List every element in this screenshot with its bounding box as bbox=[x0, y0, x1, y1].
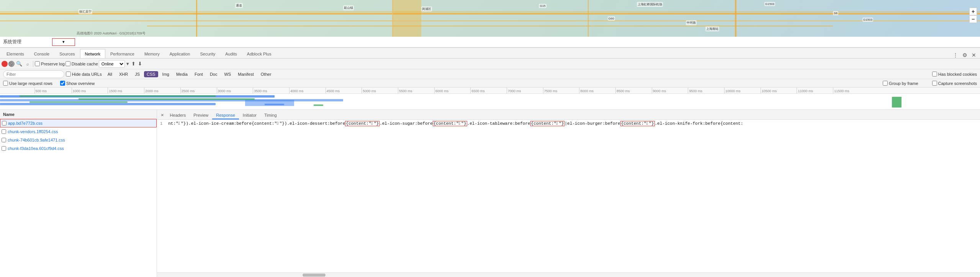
detail-tab-timing[interactable]: Timing bbox=[260, 112, 281, 119]
throttle-settings-icon[interactable]: ▾ bbox=[126, 61, 130, 67]
tick-4500ms: 4500 ms bbox=[326, 88, 340, 93]
tick-11000ms: 11000 ms bbox=[797, 88, 813, 93]
tab-audits[interactable]: Audits bbox=[220, 49, 242, 58]
search-button[interactable]: ⌕ bbox=[24, 60, 31, 68]
timeline-bar-blue-3 bbox=[0, 103, 216, 105]
tick-3000ms: 3000 ms bbox=[217, 88, 231, 93]
use-large-rows-label[interactable]: Use large request rows bbox=[3, 81, 52, 86]
map-area: 通道 徐汇吴宁 延山镇 G15 上海虹桥国际机场 G60 中环路 上海南站 G1… bbox=[0, 0, 980, 37]
filter-doc[interactable]: Doc bbox=[207, 71, 220, 77]
close-icon[interactable]: ✕ bbox=[971, 52, 977, 58]
file-checkbox-1[interactable] bbox=[2, 121, 7, 125]
highlight-1: {content:""} bbox=[345, 121, 380, 126]
tab-memory[interactable]: Memory bbox=[139, 49, 165, 58]
dropdown-arrow: ▾ bbox=[62, 39, 65, 44]
scroll-thumb[interactable] bbox=[303, 274, 326, 277]
file-checkbox-4[interactable] bbox=[2, 146, 6, 151]
detail-tab-initiator[interactable]: Initiator bbox=[239, 112, 260, 119]
highlight-2: {content:""} bbox=[433, 121, 467, 126]
tick-11500ms: 11500 ms bbox=[833, 88, 849, 93]
show-overview-label[interactable]: Show overview bbox=[60, 81, 95, 86]
preserve-log-label[interactable]: Preserve log bbox=[35, 61, 65, 66]
filter-xhr[interactable]: XHR bbox=[116, 71, 131, 77]
timeline-area: 500 ms 1000 ms 1500 ms 2000 ms 2500 ms 3… bbox=[0, 88, 980, 110]
list-item[interactable]: chunk-vendors.1ff0254.css bbox=[0, 127, 157, 136]
filter-media[interactable]: Media bbox=[173, 71, 190, 77]
options-bar: Use large request rows Show overview Gro… bbox=[0, 79, 980, 88]
filter-toggle-button[interactable]: 🔍 bbox=[15, 60, 23, 68]
timeline-bars bbox=[0, 94, 980, 110]
file-name-4: chunk-f3da10ea.601cf9d4.css bbox=[8, 146, 64, 151]
disable-cache-checkbox[interactable] bbox=[65, 61, 70, 66]
file-checkbox-2[interactable] bbox=[2, 129, 6, 134]
app-dropdown[interactable]: ▾ bbox=[52, 38, 75, 46]
tick-8000ms: 8000 ms bbox=[579, 88, 594, 93]
tab-network[interactable]: Network bbox=[80, 49, 105, 58]
map-zoom-out[interactable]: − bbox=[969, 15, 977, 23]
show-overview-checkbox[interactable] bbox=[60, 81, 65, 86]
group-by-frame-checkbox[interactable] bbox=[883, 81, 888, 86]
filter-other[interactable]: Other bbox=[258, 71, 274, 77]
tick-9000ms: 9000 ms bbox=[652, 88, 666, 93]
capture-screenshots-checkbox[interactable] bbox=[932, 81, 937, 86]
detail-tab-headers[interactable]: Headers bbox=[166, 112, 190, 119]
file-name-3: chunk-74b601cb.9afe1471.css bbox=[8, 138, 65, 142]
filter-img[interactable]: Img bbox=[160, 71, 172, 77]
bottom-scrollbar[interactable] bbox=[157, 272, 980, 277]
filter-input[interactable] bbox=[3, 70, 64, 78]
hide-data-urls-label: Hide data URLs bbox=[66, 72, 102, 77]
devtools-icons: ⋮ ⚙ ✕ bbox=[949, 52, 980, 58]
filter-js[interactable]: JS bbox=[132, 71, 142, 77]
throttle-select[interactable]: Online Fast 3G Slow 3G Offline bbox=[99, 60, 125, 68]
list-item[interactable]: app.bd7e772b.css bbox=[0, 119, 157, 127]
tab-console[interactable]: Console bbox=[29, 49, 54, 58]
tab-security[interactable]: Security bbox=[195, 49, 220, 58]
tab-sources[interactable]: Sources bbox=[54, 49, 80, 58]
devtools-tab-bar: Elements Console Sources Network Perform… bbox=[0, 48, 980, 59]
response-text-mid3: |el-icon-burger:before bbox=[564, 121, 620, 126]
more-icon[interactable]: ⋮ bbox=[952, 52, 959, 58]
network-toolbar: ⃠ 🔍 ⌕ Preserve log Disable cache Online … bbox=[0, 59, 980, 69]
tick-7500ms: 7500 ms bbox=[543, 88, 558, 93]
settings-icon[interactable]: ⚙ bbox=[962, 52, 968, 58]
tab-elements[interactable]: Elements bbox=[2, 49, 29, 58]
map-copyright: 高德地图© 2020 AutoNavi · GS(2018)1709号 bbox=[77, 31, 146, 36]
detail-tab-close[interactable]: × bbox=[159, 111, 166, 119]
hide-data-urls-checkbox[interactable] bbox=[66, 72, 71, 77]
disable-cache-label[interactable]: Disable cache bbox=[65, 61, 98, 66]
response-text-mid4: .el-icon-knife-fork:before{content: bbox=[655, 121, 743, 126]
detail-tab-preview[interactable]: Preview bbox=[190, 112, 212, 119]
map-zoom-in[interactable]: + bbox=[969, 8, 977, 15]
record-button[interactable] bbox=[2, 61, 8, 67]
export-icon[interactable]: ⬇ bbox=[137, 61, 143, 67]
tab-performance[interactable]: Performance bbox=[105, 49, 139, 58]
devtools-panel: Elements Console Sources Network Perform… bbox=[0, 47, 980, 277]
list-item[interactable]: chunk-f3da10ea.601cf9d4.css bbox=[0, 144, 157, 153]
detail-tab-response[interactable]: Response bbox=[212, 112, 239, 119]
filter-all[interactable]: All bbox=[105, 71, 115, 77]
clear-button[interactable]: ⃠ bbox=[8, 61, 15, 67]
filter-manifest[interactable]: Manifest bbox=[235, 71, 257, 77]
tab-adblock[interactable]: Adblock Plus bbox=[242, 49, 276, 58]
group-by-frame-label[interactable]: Group by frame bbox=[883, 81, 918, 86]
hide-data-urls-checkbox-label[interactable]: Hide data URLs bbox=[66, 72, 102, 77]
map-zoom-controls: + − bbox=[969, 8, 977, 23]
filter-font[interactable]: Font bbox=[192, 71, 206, 77]
import-icon[interactable]: ⬆ bbox=[131, 61, 136, 67]
file-name-2: chunk-vendors.1ff0254.css bbox=[8, 129, 58, 134]
tick-6000ms: 6000 ms bbox=[434, 88, 449, 93]
use-large-rows-checkbox[interactable] bbox=[3, 81, 8, 86]
preserve-log-checkbox[interactable] bbox=[35, 61, 40, 66]
tick-2000ms: 2000 ms bbox=[144, 88, 159, 93]
filter-css[interactable]: CSS bbox=[144, 71, 158, 77]
tick-1500ms: 1500 ms bbox=[108, 88, 122, 93]
has-blocked-cookies-checkbox[interactable] bbox=[932, 72, 937, 77]
list-item[interactable]: chunk-74b601cb.9afe1471.css bbox=[0, 136, 157, 144]
tick-5000ms: 5000 ms bbox=[362, 88, 376, 93]
tick-4000ms: 4000 ms bbox=[289, 88, 304, 93]
capture-screenshots-label[interactable]: Capture screenshots bbox=[932, 81, 977, 86]
file-checkbox-3[interactable] bbox=[2, 138, 6, 142]
filter-ws[interactable]: WS bbox=[221, 71, 234, 77]
tab-application[interactable]: Application bbox=[165, 49, 195, 58]
has-blocked-cookies-label[interactable]: Has blocked cookies bbox=[932, 72, 977, 77]
